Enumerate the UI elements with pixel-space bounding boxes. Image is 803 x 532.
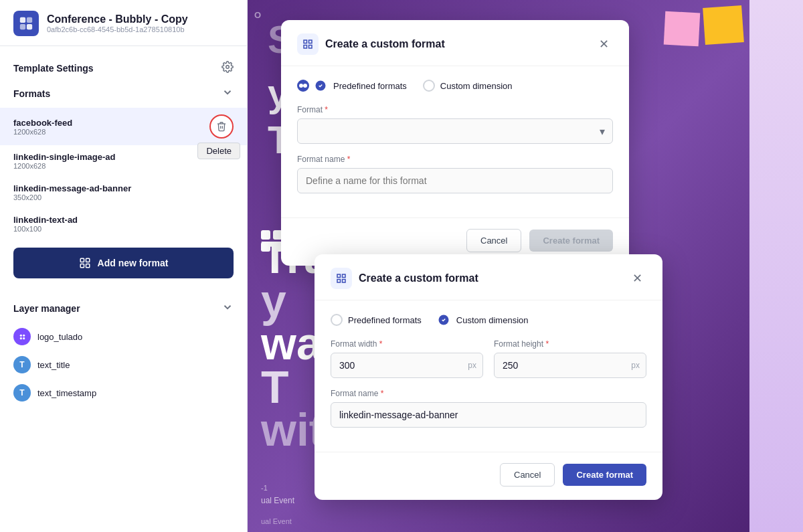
modal-2-body: Predefined formats Custom dimension Form… [315, 300, 662, 452]
modal-2-close-button[interactable]: ✕ [628, 269, 646, 288]
sidebar-content: Template Settings Formats [0, 46, 247, 532]
format-select-wrapper-1: ▾ [297, 118, 613, 144]
svg-rect-5 [80, 258, 84, 262]
radio-predefined-label-2: Predefined formats [348, 315, 422, 325]
sticky-note-yellow [703, 5, 744, 45]
format-name-group-1: Format name * [297, 155, 613, 193]
modal-2-title-row: Create a custom format [331, 268, 478, 289]
layer-icon-text-timestamp: T [13, 384, 31, 402]
format-name-input-2[interactable] [331, 402, 646, 428]
svg-rect-3 [27, 24, 32, 29]
svg-point-11 [19, 337, 21, 339]
radio-custom-1[interactable]: Custom dimension [423, 80, 513, 92]
svg-point-12 [23, 337, 25, 339]
format-height-input[interactable] [494, 353, 646, 378]
layer-chevron-icon[interactable] [221, 301, 234, 316]
canvas-event-label-1: -1 [261, 484, 268, 492]
format-select-input-1[interactable] [297, 118, 613, 144]
modal-1-cancel-button[interactable]: Cancel [466, 229, 521, 252]
app-header: Conference - Bubbly - Copy 0afb2c6b-cc68… [0, 0, 247, 46]
format-name-2: linkedin-message-ad-banner [13, 183, 131, 193]
radio-predefined-circle-1 [297, 80, 309, 92]
radio-custom-label-1: Custom dimension [440, 81, 513, 91]
modal-1-title-row: Create a custom format [297, 33, 445, 55]
format-width-input[interactable] [331, 353, 483, 378]
radio-custom-2[interactable]: Custom dimension [438, 314, 529, 326]
modal-2-icon [331, 268, 352, 289]
modal-2-cancel-button[interactable]: Cancel [500, 463, 555, 486]
app-logo [13, 11, 39, 36]
formats-title: Formats [13, 88, 50, 99]
format-select-label-1: Format * [297, 105, 613, 114]
modal-2-create-button[interactable]: Create format [563, 464, 646, 486]
modal-create-format-2: Create a custom format ✕ Predefined form… [315, 254, 662, 500]
template-settings-title: Template Settings [13, 63, 94, 74]
format-height-label: Format height * [494, 339, 646, 349]
dimension-row-2: Format width * px Format height * [331, 339, 646, 378]
svg-point-9 [19, 334, 21, 336]
template-settings-header: Template Settings [0, 57, 247, 80]
modal-2-title: Create a custom format [359, 272, 478, 284]
format-name-group-2: Format name * [331, 389, 646, 428]
formats-chevron-icon[interactable] [221, 86, 234, 101]
format-width-label: Format width * [331, 339, 483, 349]
canvas-event-text-2: ual Event [261, 517, 292, 525]
add-format-button[interactable]: Add new format [13, 248, 234, 278]
format-width-group: Format width * px [331, 339, 483, 378]
radio-custom-label-2: Custom dimension [456, 315, 529, 325]
sticky-note-pink [664, 11, 701, 47]
modal-1-body: Predefined formats Custom dimension Form… [281, 66, 629, 217]
modal-create-format-1: Create a custom format ✕ Predefined form… [281, 20, 629, 266]
right-decoration [749, 0, 803, 532]
delete-btn-wrapper: Delete [209, 114, 234, 139]
modal-1-close-button[interactable]: ✕ [594, 35, 613, 54]
format-item-linkedin-message[interactable]: linkedin-message-ad-banner 350x200 [0, 177, 247, 208]
layer-icon-text-title: T [13, 356, 31, 373]
layer-item-logo[interactable]: logo_tulado [0, 323, 247, 351]
radio-predefined-circle-2 [331, 314, 343, 326]
format-name-input-1[interactable] [297, 168, 613, 193]
svg-rect-2 [20, 24, 25, 29]
svg-rect-8 [86, 264, 89, 268]
format-name-0: facebook-feed [13, 118, 72, 128]
format-height-wrapper: px [494, 353, 646, 378]
modal-1-header: Create a custom format ✕ [281, 20, 629, 66]
modal-1-title: Create a custom format [325, 38, 445, 50]
width-unit-label: px [468, 361, 476, 370]
svg-point-4 [226, 66, 230, 69]
radio-predefined-1[interactable]: Predefined formats [297, 80, 407, 92]
format-name-1: linkedin-single-image-ad [13, 152, 115, 162]
layer-item-text-title[interactable]: T text_title [0, 351, 247, 379]
delete-tooltip: Delete [197, 143, 240, 159]
format-select-group-1: Format * ▾ [297, 105, 613, 144]
height-unit-label: px [631, 361, 640, 370]
settings-icon[interactable] [221, 61, 234, 76]
canvas-event-text-1: ual Event [261, 496, 294, 505]
layer-icon-logo [13, 328, 31, 345]
format-info: linkedin-text-ad 100x100 [13, 215, 78, 233]
add-format-label: Add new format [98, 258, 169, 268]
format-name-label-2: Format name * [331, 389, 646, 398]
format-item-facebook-feed[interactable]: facebook-feed 1200x628 Delete [0, 108, 247, 145]
modal-2-header: Create a custom format ✕ [315, 254, 662, 300]
format-item-linkedin-text[interactable]: linkedin-text-ad 100x100 [0, 208, 247, 240]
modal-1-create-button[interactable]: Create format [529, 230, 613, 252]
format-info: linkedin-message-ad-banner 350x200 [13, 183, 131, 201]
delete-button-facebook[interactable] [209, 114, 234, 139]
radio-custom-circle-1 [423, 80, 435, 92]
svg-rect-1 [27, 17, 32, 23]
canvas-area: O S y T Tu Tra y wa T wit [248, 0, 803, 532]
radio-predefined-label-1: Predefined formats [333, 81, 407, 91]
canvas-number: O [254, 10, 261, 20]
modal-2-radio-row: Predefined formats Custom dimension [331, 314, 646, 326]
layer-name-text-timestamp: text_timestamp [37, 388, 96, 398]
app-title: Conference - Bubbly - Copy [47, 13, 188, 25]
format-size-2: 350x200 [13, 193, 131, 201]
layer-item-text-timestamp[interactable]: T text_timestamp [0, 379, 247, 407]
layer-manager-header: Layer manager [0, 297, 247, 320]
format-info: facebook-feed 1200x628 [13, 118, 72, 136]
formats-section: Formats facebook-feed 1200x628 [0, 82, 247, 297]
layer-manager-title: Layer manager [13, 303, 80, 314]
svg-point-10 [23, 334, 25, 336]
radio-predefined-2[interactable]: Predefined formats [331, 314, 422, 326]
